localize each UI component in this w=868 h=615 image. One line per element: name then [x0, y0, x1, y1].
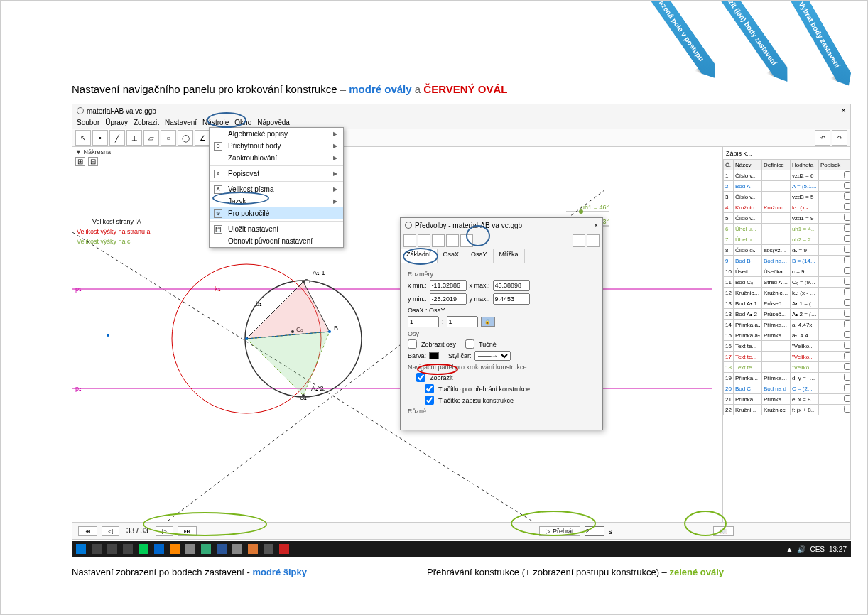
taskbar-app8[interactable] [279, 544, 289, 554]
taskbar-lang[interactable]: CES [810, 545, 825, 553]
dropdown-item[interactable]: Algebraické popisy▶ [210, 128, 343, 140]
close-button[interactable]: × [841, 106, 846, 116]
ymax-input[interactable] [493, 293, 530, 305]
taskbar-tray-icon[interactable]: ▲ [786, 545, 793, 553]
prefs-ico-4[interactable] [446, 234, 459, 247]
tool-angle[interactable]: ∠ [195, 130, 210, 146]
prefs-ico-3[interactable] [432, 234, 445, 247]
tool-circle[interactable]: ○ [161, 130, 176, 146]
tool-line[interactable]: ╱ [109, 130, 125, 146]
dropdown-item[interactable]: ⚙Pro pokročilé [210, 207, 343, 219]
breakpoint-checkbox[interactable] [844, 310, 850, 317]
protocol-table[interactable]: Č.NázevDefiniceHodnotaPopisek 1Číslo v..… [723, 160, 850, 415]
table-row[interactable]: 4Kružnice k₁Kružnice sek₁: (x - 5.16)²+ [724, 202, 851, 213]
breakpoint-checkbox[interactable] [844, 171, 850, 178]
prefs-tab-zakladni[interactable]: Základní [401, 249, 438, 263]
dropdown-item[interactable]: Obnovit původní nastavení [210, 235, 343, 247]
table-row[interactable]: 13Bod A₂ 2Průsečík k₁, k₁A₂ 2 = (9.16, [724, 309, 851, 320]
redo-button[interactable]: ↷ [832, 130, 847, 146]
taskbar-network-icon[interactable]: 🔊 [797, 545, 805, 553]
table-row[interactable]: 1Číslo v...vzd2 = 6 [724, 170, 851, 181]
prefs-ico-2[interactable] [418, 234, 430, 247]
tool-move[interactable]: ↖ [75, 130, 91, 146]
menu-okno[interactable]: Okno [234, 119, 251, 127]
breakpoint-checkbox[interactable] [844, 278, 850, 285]
taskbar-ie[interactable] [154, 544, 164, 554]
taskbar-taskview[interactable] [107, 544, 117, 554]
breakpoint-checkbox[interactable] [844, 267, 850, 274]
table-row[interactable]: 3Číslo v...vzd3 = 5 [724, 192, 851, 202]
protocol-header-cell[interactable]: Název [733, 160, 761, 170]
breakpoint-checkbox[interactable] [844, 352, 850, 359]
prefs-ico-5[interactable] [460, 234, 473, 247]
taskbar-app5[interactable] [232, 544, 242, 554]
grid-toggle[interactable]: ⊟ [88, 157, 98, 166]
breakpoint-checkbox[interactable] [844, 192, 850, 200]
table-row[interactable]: 9Bod BBod na KružniciB = (14... [724, 256, 851, 266]
protocol-header-cell[interactable]: Popisek [818, 160, 842, 170]
bold-checkbox[interactable] [465, 339, 474, 349]
start-button[interactable] [76, 544, 86, 554]
ratio-x-input[interactable] [408, 316, 439, 327]
table-row[interactable]: 8Číslo d₁abs(vzd1)d₁ = 9 [724, 245, 851, 256]
menu-upravy[interactable]: Úpravy [105, 119, 128, 127]
taskbar-explorer[interactable] [123, 544, 133, 554]
breakpoint-checkbox[interactable] [844, 235, 850, 242]
breakpoint-checkbox[interactable] [844, 384, 850, 391]
table-row[interactable]: 17Text te..."Veliko... [724, 352, 851, 362]
menu-zobrazit[interactable]: Zobrazit [134, 119, 159, 127]
breakpoint-checkbox[interactable] [844, 342, 850, 349]
table-row[interactable]: 14Přímka a₁Přímka vedenáa: 4.47x [724, 320, 851, 330]
prefs-close-button[interactable]: × [594, 222, 598, 229]
breakpoint-checkbox[interactable] [844, 203, 850, 210]
taskbar-search[interactable] [92, 544, 102, 554]
menu-soubor[interactable]: Soubor [77, 119, 99, 127]
axes-toggle[interactable]: ⊞ [75, 157, 85, 166]
nav-protocol-button[interactable]: 📖 [713, 526, 734, 536]
table-row[interactable]: 19Přímka...Přímka vedenád: y = -4... [724, 373, 851, 383]
table-row[interactable]: 12Kružnice k₁Kružnice bodem Ak₁: (x - 9.… [724, 288, 851, 298]
table-row[interactable]: 2Bod AA = (5.1... [724, 181, 851, 192]
nav-first-button[interactable]: ⏮ [78, 526, 97, 536]
protocol-header-cell[interactable]: Definice [761, 160, 790, 170]
xmax-input[interactable] [493, 280, 530, 291]
prefs-tab-osay[interactable]: OsaY [465, 249, 494, 263]
ymin-input[interactable] [430, 293, 467, 305]
breakpoint-checkbox[interactable] [844, 288, 850, 295]
prefs-ico-1[interactable] [403, 234, 416, 247]
dropdown-item[interactable]: APopisovat▶ [210, 168, 343, 180]
menu-nastroje[interactable]: Nástroje [202, 119, 229, 127]
table-row[interactable]: 22Kružni...Kružnicef: (x + 8... [724, 405, 851, 415]
taskbar-app3[interactable] [185, 544, 195, 554]
prefs-ico-7[interactable] [587, 234, 600, 247]
taskbar-app7[interactable] [264, 544, 273, 554]
navpanel-show-checkbox[interactable] [416, 373, 425, 382]
breakpoint-checkbox[interactable] [844, 256, 850, 263]
color-swatch[interactable] [429, 352, 439, 359]
dropdown-item[interactable]: Jazyk▶ [210, 195, 343, 207]
breakpoint-checkbox[interactable] [844, 214, 850, 221]
show-axes-checkbox[interactable] [408, 339, 417, 349]
dropdown-item[interactable]: 💾Uložit nastavení [210, 223, 343, 235]
breakpoint-checkbox[interactable] [844, 331, 850, 338]
graphics-view[interactable]: ▼ Nákresna ⊞ ⊟ uh1 = 46° uh2 = 23° Velik… [72, 147, 722, 522]
table-row[interactable]: 5Číslo v...vzd1 = 9 [724, 213, 851, 224]
taskbar-clock[interactable]: 13:27 [829, 545, 847, 553]
tool-polygon[interactable]: ▱ [143, 130, 159, 146]
table-row[interactable]: 7Úhel u...uh2 = 2... [724, 234, 851, 245]
taskbar-app6[interactable] [248, 544, 258, 554]
prefs-ico-6[interactable] [573, 234, 585, 247]
nav-next-button[interactable]: ▷ [156, 526, 173, 536]
taskbar-app1[interactable] [139, 544, 148, 554]
taskbar-app4[interactable] [201, 544, 211, 554]
menu-napoveda[interactable]: Nápověda [257, 119, 290, 127]
breakpoint-checkbox[interactable] [844, 224, 850, 232]
tool-point[interactable]: • [92, 130, 108, 146]
table-row[interactable]: 6Úhel u...uh1 = 4... [724, 224, 851, 234]
nav-speed-input[interactable] [585, 526, 604, 536]
table-row[interactable]: 20Bod CBod na dC = (2... [724, 383, 851, 394]
protocol-header-cell[interactable] [842, 160, 850, 170]
breakpoint-checkbox[interactable] [844, 320, 850, 327]
dropdown-item[interactable]: AVelikost písma▶ [210, 183, 343, 195]
nav-play-button[interactable]: ▷ Přehrát [539, 526, 580, 536]
